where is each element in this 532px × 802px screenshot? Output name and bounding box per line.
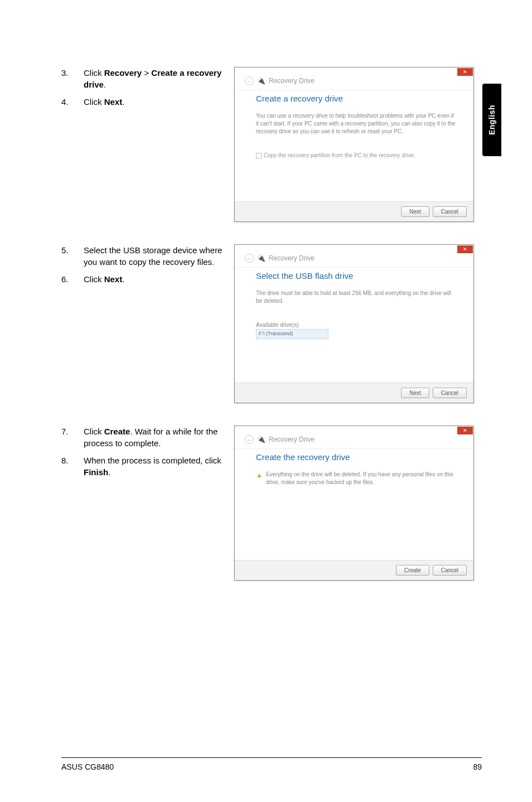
dialog-titlebar: ✕ [235,67,473,76]
back-icon[interactable]: ← [245,76,254,85]
dialog-col-3: ✕ ← 🔌 Recovery Drive Create the recovery… [234,426,474,581]
close-icon[interactable]: ✕ [457,427,473,434]
breadcrumb: ← 🔌 Recovery Drive [235,76,473,90]
back-icon[interactable]: ← [245,435,254,444]
close-icon[interactable]: ✕ [457,245,473,253]
warning-message: ▲ Everything on the drive will be delete… [256,471,457,486]
step-block-1: 3.Click Recovery > Create a recovery dri… [61,67,474,222]
next-button[interactable]: Next [401,206,429,217]
step-text-1: 3.Click Recovery > Create a recovery dri… [61,67,234,222]
dialog-title: Create a recovery drive [256,94,457,103]
usb-icon: 🔌 [257,254,265,262]
close-icon[interactable]: ✕ [457,68,473,76]
dialog-title: Create the recovery drive [256,452,457,462]
cancel-button[interactable]: Cancel [433,565,467,576]
recovery-dialog-3: ✕ ← 🔌 Recovery Drive Create the recovery… [234,426,474,581]
usb-icon: 🔌 [257,436,265,443]
step-item: 4.Click Next. [61,96,226,108]
dialog-description: You can use a recovery drive to help tro… [256,112,457,136]
step-item: 8.When the process is completed, click F… [61,455,226,478]
breadcrumb-text: Recovery Drive [269,254,315,262]
checkbox-icon[interactable] [256,153,262,158]
step-block-2: 5.Select the USB storage device where yo… [61,244,474,403]
usb-icon: 🔌 [257,77,265,85]
page-number: 89 [473,762,482,771]
step-block-3: 7.Click Create. Wait for a while for the… [61,426,474,581]
cancel-button[interactable]: Cancel [433,388,467,398]
warning-icon: ▲ [256,471,263,480]
dialog-description: The drive must be able to hold at least … [256,289,457,305]
dialog-footer: Next Cancel [235,201,473,221]
dialog-footer: Create Cancel [235,560,473,580]
step-text-2: 5.Select the USB storage device where yo… [61,244,234,403]
back-icon[interactable]: ← [245,254,254,263]
step-item: 5.Select the USB storage device where yo… [61,244,226,268]
dialog-col-1: ✕ ← 🔌 Recovery Drive Create a recovery d… [234,67,474,222]
footer-model: ASUS CG8480 [61,762,114,771]
drive-list-item[interactable]: F:\ (Transcend) [256,329,328,339]
copy-partition-option[interactable]: Copy the recovery partition from the PC … [256,152,457,158]
create-button[interactable]: Create [396,565,429,576]
step-item: 3.Click Recovery > Create a recovery dri… [61,67,226,90]
dialog-titlebar: ✕ [235,245,473,254]
language-tab-label: English [487,105,496,135]
step-item: 6.Click Next. [61,273,226,285]
recovery-dialog-1: ✕ ← 🔌 Recovery Drive Create a recovery d… [234,67,474,222]
step-item: 7.Click Create. Wait for a while for the… [61,426,226,449]
recovery-dialog-2: ✕ ← 🔌 Recovery Drive Select the USB flas… [234,244,474,403]
dialog-title: Select the USB flash drive [256,271,457,281]
step-text-3: 7.Click Create. Wait for a while for the… [61,426,234,581]
cancel-button[interactable]: Cancel [433,206,467,217]
breadcrumb-text: Recovery Drive [269,77,315,85]
breadcrumb-text: Recovery Drive [269,436,315,443]
page-footer: ASUS CG8480 89 [61,757,482,771]
dialog-footer: Next Cancel [235,383,473,403]
available-drives-label: Available drive(s) [256,322,457,328]
dialog-col-2: ✕ ← 🔌 Recovery Drive Select the USB flas… [234,244,474,403]
language-tab: English [482,84,501,156]
next-button[interactable]: Next [401,388,429,398]
breadcrumb: ← 🔌 Recovery Drive [235,254,473,267]
breadcrumb: ← 🔌 Recovery Drive [235,435,473,448]
page-content: 3.Click Recovery > Create a recovery dri… [61,67,474,603]
dialog-titlebar: ✕ [235,426,473,435]
